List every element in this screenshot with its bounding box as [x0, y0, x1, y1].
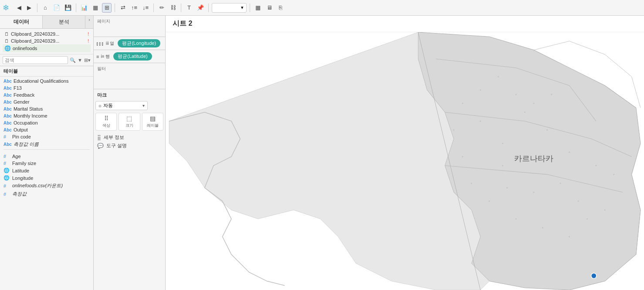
datasource-clipboard1[interactable]: 🗒 Clipboard_20240329... ! [3, 30, 91, 37]
warning-icon-1: ! [88, 32, 89, 37]
field-measure-values[interactable]: # 측정값 [0, 190, 93, 198]
pen-button[interactable]: ✏ [157, 3, 166, 13]
tooltip-row[interactable]: 💬 도구 설명 [95, 142, 163, 150]
table-button[interactable]: ⊞ [102, 3, 112, 13]
save-button[interactable]: 💾 [63, 3, 73, 13]
field-pin-code[interactable]: # Pin code [0, 133, 93, 140]
svg-point-21 [462, 156, 463, 157]
label-button[interactable]: ▤ 레이블 [142, 113, 163, 131]
columns-shelf: ⫿⫿⫿ iii 열 평균(Longitude) [94, 37, 165, 50]
filter-label: 필터 [95, 65, 163, 73]
size-button[interactable]: ⬚ 크기 [119, 113, 140, 131]
map-region-label: 카르나타카 [514, 154, 553, 163]
marks-type-dropdown[interactable]: ○ 자동 ▾ [95, 101, 148, 110]
svg-point-11 [533, 192, 534, 193]
forward-button[interactable]: ▶ [24, 3, 34, 13]
separator-3 [115, 3, 115, 12]
text-button[interactable]: T [184, 3, 194, 13]
search-bar: 🔍 ▼ ⊞▾ [0, 54, 93, 66]
bar-chart-button[interactable]: ▦ [91, 3, 100, 13]
field-family-size[interactable]: # Family size [0, 160, 93, 167]
svg-point-6 [569, 152, 570, 153]
separator-1 [37, 3, 37, 12]
svg-point-15 [542, 227, 543, 229]
dimension-measure-divider [3, 149, 90, 152]
field-occupation[interactable]: Abc Occupation [0, 119, 93, 126]
svg-point-7 [502, 165, 503, 166]
columns-icon: ⫿⫿⫿ [96, 41, 104, 46]
field-name: Age [12, 154, 21, 159]
home-button[interactable]: ⌂ [41, 3, 50, 13]
field-gender[interactable]: Abc Gender [0, 98, 93, 105]
field-longitude[interactable]: 🌐 Longitude [0, 174, 93, 182]
field-output[interactable]: Abc Output [0, 126, 93, 133]
field-name: Gender [14, 99, 30, 105]
type-globe-icon: 🌐 [3, 175, 10, 181]
sidebar-collapse-button[interactable]: › [85, 16, 93, 24]
field-measure-names[interactable]: Abc 측정값 이름 [0, 140, 93, 148]
type-hash-icon: # [3, 154, 10, 159]
svg-point-19 [613, 174, 614, 175]
search-input[interactable] [3, 56, 68, 64]
field-list: Abc Educational Qualifications Abc F13 A… [0, 77, 93, 290]
field-count[interactable]: # onlinefoods.csv(카운트) [0, 182, 93, 190]
columns-pill[interactable]: 평균(Longitude) [118, 39, 160, 47]
filter-icon[interactable]: ▼ [78, 57, 82, 63]
datasource-onlinefoods[interactable]: 🌐 onlinefoods [3, 44, 91, 52]
type-abc-icon: Abc [3, 128, 12, 132]
field-monthly-income[interactable]: Abc Monthly Income [0, 112, 93, 119]
field-feedback[interactable]: Abc Feedback [0, 91, 93, 98]
svg-point-20 [595, 165, 597, 166]
swap-button[interactable]: ⇄ [118, 3, 128, 13]
datasource-name-1: Clipboard_20240329... [11, 31, 86, 37]
field-age[interactable]: # Age [0, 153, 93, 160]
color-button[interactable]: ⠿ 색상 [95, 113, 117, 131]
svg-point-10 [506, 187, 508, 189]
tab-data[interactable]: 데이터 [0, 16, 43, 28]
tables-header: 테이블 [0, 66, 93, 77]
file-button[interactable]: 📄 [52, 3, 61, 13]
file-icon: 🗒 [4, 31, 9, 37]
pages-drop-area[interactable] [95, 26, 163, 35]
pages-shelf: 페이지 [94, 16, 165, 37]
middle-panel: 페이지 ⫿⫿⫿ iii 열 평균(Longitude) ≡ i≡ 행 평균(La… [94, 16, 166, 290]
type-abc-icon: Abc [3, 86, 12, 91]
share-button[interactable]: ⎘ [276, 3, 285, 13]
svg-point-26 [515, 94, 517, 95]
label-icon: ▤ [150, 115, 156, 122]
field-educational-qualifications[interactable]: Abc Educational Qualifications [0, 78, 93, 84]
svg-point-4 [524, 111, 525, 113]
tab-analysis[interactable]: 분석 [43, 16, 85, 28]
field-name: 측정값 이름 [14, 141, 39, 148]
chart-button[interactable]: 📊 [79, 3, 89, 13]
text-dropdown[interactable]: ▾ [212, 3, 247, 13]
pin-button[interactable]: 📌 [196, 3, 205, 13]
svg-point-25 [498, 76, 499, 78]
detail-row[interactable]: ⣿ 세부 정보 [95, 133, 163, 142]
marks-circle-icon: ○ [98, 103, 102, 108]
nav-group: ◀ ▶ [14, 3, 34, 13]
field-latitude[interactable]: 🌐 Latitude [0, 167, 93, 174]
sort-desc-button[interactable]: ↓≡ [141, 3, 150, 13]
screen-button[interactable]: 🖥 [264, 3, 274, 13]
type-abc-icon: Abc [3, 93, 12, 98]
rows-pill[interactable]: 평균(Latitude) [113, 52, 152, 61]
datasource-clipboard2[interactable]: 🗒 Clipboard_20240329... ! [3, 37, 91, 44]
back-button[interactable]: ◀ [14, 3, 24, 13]
type-abc-icon: Abc [3, 107, 12, 111]
svg-point-3 [502, 143, 503, 144]
filter-shelf: 필터 [94, 63, 165, 89]
field-f13[interactable]: Abc F13 [0, 84, 93, 91]
datasource-name-2: Clipboard_20240329... [11, 38, 86, 44]
type-hash-icon: # [3, 183, 10, 189]
detail-icon: ⣿ [97, 135, 101, 141]
field-name: 측정값 [12, 191, 27, 197]
grid-icon[interactable]: ⊞▾ [84, 57, 91, 63]
field-marital-status[interactable]: Abc Marital Status [0, 105, 93, 112]
marks-buttons-group: ⠿ 색상 ⬚ 크기 ▤ 레이블 [95, 113, 163, 131]
link-button[interactable]: ⛓ [168, 3, 178, 13]
display-button[interactable]: ▦ [253, 3, 263, 13]
map-container: 카르나타카 [166, 32, 644, 290]
sort-asc-button[interactable]: ↑≡ [129, 3, 139, 13]
toolbar: ❄ ◀ ▶ ⌂ 📄 💾 📊 ▦ ⊞ ⇄ ↑≡ ↓≡ ✏ ⛓ T 📌 ▾ ▦ 🖥 … [0, 0, 644, 16]
